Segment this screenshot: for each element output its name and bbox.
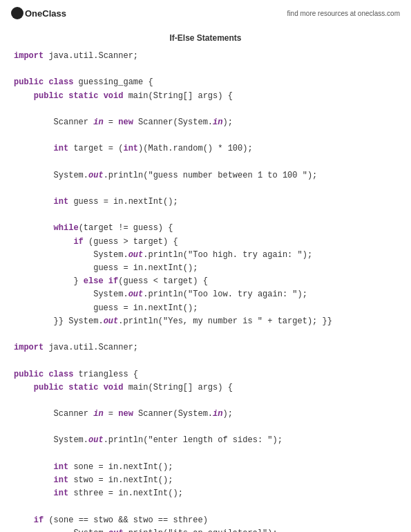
code-line-16: import java.util.Scanner; <box>14 341 397 354</box>
header-tagline: find more resources at oneclass.com <box>287 10 400 17</box>
code-line-11: guess = in.nextInt(); <box>14 262 397 275</box>
code-line-19: Scanner in = new Scanner(System.in); <box>14 408 397 421</box>
logo: OneClass <box>11 7 66 19</box>
code-line-blank-2 <box>14 103 397 116</box>
logo-text: OneClass <box>25 8 66 19</box>
code-line-8: while(target != guess) { <box>14 222 397 235</box>
code-line-12: } else if(guess < target) { <box>14 275 397 288</box>
code-line-2: public class guessing_game { <box>14 76 397 89</box>
code-line-blank-8 <box>14 354 397 368</box>
code-line-blank-9 <box>14 395 397 408</box>
code-line-20: System.out.println("enter length of side… <box>14 434 397 447</box>
code-line-blank-11 <box>14 448 397 461</box>
code-line-22: int stwo = in.nextInt(); <box>14 474 397 487</box>
code-line-10: System.out.println("Too high. try again:… <box>14 249 397 262</box>
code-line-1: import java.util.Scanner; <box>14 50 397 63</box>
code-line-5: int target = (int)(Math.random() * 100); <box>14 142 397 155</box>
logo-circle-icon <box>11 7 23 19</box>
code-line-blank-5 <box>14 182 397 196</box>
code-line-25: System.out.println("its an equilateral")… <box>14 527 397 532</box>
page-title: If-Else Statements <box>0 33 411 43</box>
code-line-blank-7 <box>14 328 397 341</box>
code-line-blank-10 <box>14 421 397 434</box>
code-line-blank-3 <box>14 129 397 142</box>
code-line-3: public static void main(String[] args) { <box>14 90 397 103</box>
code-line-13: System.out.println("Too low. try again: … <box>14 288 397 301</box>
code-line-7: int guess = in.nextInt(); <box>14 196 397 209</box>
code-line-14: guess = in.nextInt(); <box>14 302 397 315</box>
code-line-9: if (guess > target) { <box>14 236 397 249</box>
code-line-blank-4 <box>14 156 397 169</box>
code-line-6: System.out.println("guess number between… <box>14 169 397 182</box>
code-line-18: public static void main(String[] args) { <box>14 381 397 395</box>
code-line-23: int sthree = in.nextInt(); <box>14 487 397 500</box>
header: OneClass find more resources at oneclass… <box>0 0 411 23</box>
code-line-blank-1 <box>14 63 397 76</box>
code-line-blank-12 <box>14 500 397 513</box>
code-line-24: if (sone == stwo && stwo == sthree) <box>14 514 397 527</box>
code-line-blank-6 <box>14 209 397 222</box>
code-line-17: public class triangless { <box>14 368 397 381</box>
code-line-15: }} System.out.println("Yes, my number is… <box>14 315 397 328</box>
code-line-4: Scanner in = new Scanner(System.in); <box>14 116 397 129</box>
code-block: import java.util.Scanner; public class g… <box>0 50 411 532</box>
code-line-21: int sone = in.nextInt(); <box>14 461 397 474</box>
